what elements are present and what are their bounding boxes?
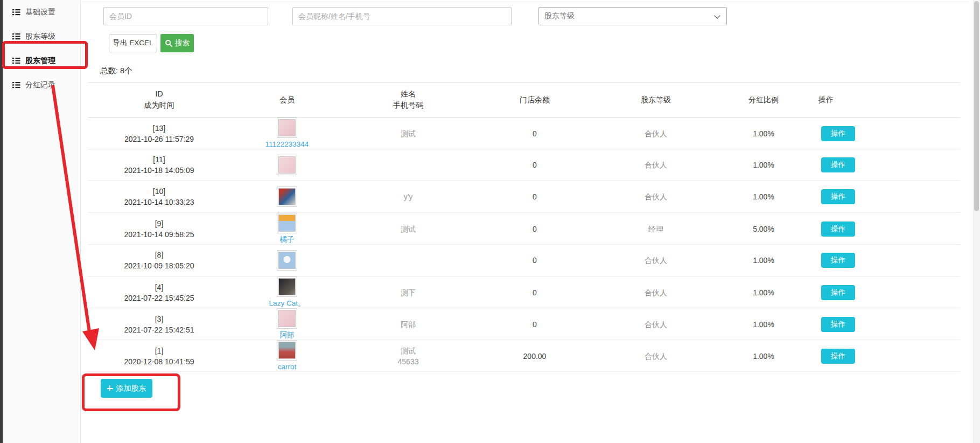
header-dividend-ratio: 分红比例 [715, 82, 812, 117]
cell-actions: 操作 [812, 340, 960, 372]
sidebar-item-shareholder-level[interactable]: 股东等级 [3, 24, 80, 49]
add-shareholder-label: 添加股东 [116, 384, 146, 393]
cell-member: 阿部 [230, 308, 344, 341]
table-row: [9] 2021-10-14 09:58:25 橘子 测试 0 经理 5.00%… [88, 213, 960, 245]
shareholder-level-value: 经理 [648, 224, 663, 234]
cell-shareholder-level: 合伙人 [597, 276, 715, 309]
table-row: [10] 2021-10-14 10:33:23 y'y 0 合伙人 1.00%… [88, 181, 960, 213]
cell-dividend-ratio: 1.00% [715, 245, 812, 276]
header-member: 会员 [230, 82, 344, 117]
row-action-button[interactable]: 操作 [821, 221, 855, 237]
member-nickname-link[interactable]: carrot [278, 362, 297, 372]
member-row-id: [13] [153, 123, 165, 134]
dividend-ratio-value: 1.00% [753, 351, 774, 362]
member-name: 测试 [401, 224, 416, 234]
list-icon [12, 33, 20, 40]
search-button[interactable]: 搜索 [160, 34, 194, 52]
cell-id-time: [13] 2021-10-26 11:57:29 [88, 117, 230, 150]
member-nickname-link[interactable]: 11122233344 [265, 139, 309, 150]
sidebar-item-basic-settings[interactable]: 基础设置 [3, 0, 80, 24]
member-row-id: [8] [155, 250, 164, 260]
member-since-time: 2021-07-22 15:42:51 [124, 324, 194, 335]
header-name-phone: 姓名 手机号码 [344, 82, 473, 117]
chevron-down-icon [714, 12, 720, 18]
cell-id-time: [8] 2021-10-09 18:05:20 [88, 245, 230, 276]
cell-shareholder-level: 经理 [597, 213, 715, 245]
cell-shareholder-level: 合伙人 [597, 245, 715, 276]
avatar [278, 278, 296, 295]
cell-dividend-ratio: 1.00% [715, 340, 812, 372]
cell-store-balance: 0 [473, 213, 597, 245]
cell-shareholder-level: 合伙人 [597, 181, 715, 212]
cell-member: 11122233344 [230, 117, 344, 150]
dividend-ratio-value: 1.00% [753, 160, 774, 170]
sidebar-item-dividend-records[interactable]: 分红记录 [3, 73, 80, 97]
shareholder-level-value: 合伙人 [645, 160, 667, 170]
shareholder-management-page: 基础设置 股东等级 股东管理 分红记录 股东等级 导 [0, 0, 980, 443]
scrollbar-thumb[interactable] [974, 1, 979, 211]
shareholder-level-value: 合伙人 [645, 255, 667, 266]
scrollbar-track[interactable] [973, 0, 980, 443]
member-since-time: 2021-10-18 14:05:09 [124, 165, 194, 176]
member-row-id: [10] [153, 186, 165, 197]
cell-name-phone [344, 149, 473, 181]
member-nickname-link[interactable]: 阿部 [280, 330, 295, 341]
member-since-time: 2021-10-14 09:58:25 [124, 229, 194, 240]
store-balance-value: 0 [533, 224, 537, 234]
sidebar-item-label: 股东等级 [25, 32, 55, 41]
row-action-button[interactable]: 操作 [821, 253, 855, 268]
table-row: [13] 2021-10-26 11:57:29 11122233344 测试 … [88, 117, 960, 149]
row-action-button[interactable]: 操作 [821, 189, 855, 204]
member-name: y'y [404, 191, 413, 202]
member-id-input[interactable] [103, 7, 268, 25]
row-action-button[interactable]: 操作 [821, 317, 855, 332]
cell-id-time: [3] 2021-07-22 15:42:51 [88, 308, 230, 341]
cell-store-balance: 200.00 [473, 340, 597, 372]
member-name: 测试 [401, 345, 416, 356]
store-balance-value: 0 [533, 191, 537, 202]
member-since-time: 2021-10-09 18:05:20 [124, 260, 194, 271]
shareholder-level-value: 合伙人 [645, 287, 667, 298]
cell-dividend-ratio: 1.00% [715, 276, 812, 309]
dividend-ratio-value: 1.00% [753, 287, 774, 298]
cell-store-balance: 0 [473, 181, 597, 212]
row-action-button[interactable]: 操作 [821, 285, 855, 300]
member-name: 测下 [401, 287, 416, 298]
cell-name-phone [344, 245, 473, 276]
add-shareholder-button[interactable]: 添加股东 [101, 379, 152, 398]
export-excel-button[interactable]: 导出 EXCEL [109, 34, 157, 52]
shareholder-level-value: 合伙人 [645, 191, 667, 202]
cell-actions: 操作 [812, 245, 960, 276]
table-body: [13] 2021-10-26 11:57:29 11122233344 测试 … [88, 117, 960, 372]
member-row-id: [9] [155, 218, 164, 229]
cell-member: 橘子 [230, 213, 344, 245]
shareholder-level-select[interactable]: 股东等级 [538, 7, 727, 25]
cell-shareholder-level: 合伙人 [597, 149, 715, 181]
member-nickname-link[interactable]: 橘子 [280, 234, 295, 245]
member-keyword-input[interactable] [292, 7, 512, 25]
member-row-id: [1] [155, 345, 164, 356]
cell-id-time: [10] 2021-10-14 10:33:23 [88, 181, 230, 212]
table-row: [8] 2021-10-09 18:05:20 0 合伙人 1.00% 操作 [88, 245, 960, 276]
avatar [278, 252, 296, 269]
select-value: 股东等级 [544, 11, 575, 21]
store-balance-value: 0 [533, 128, 537, 139]
cell-dividend-ratio: 1.00% [715, 149, 812, 181]
row-action-button[interactable]: 操作 [821, 126, 855, 141]
cell-store-balance: 0 [473, 276, 597, 309]
member-nickname-link[interactable]: Lazy Cat。 [269, 298, 305, 309]
cell-member [230, 149, 344, 181]
cell-dividend-ratio: 1.00% [715, 308, 812, 341]
avatar [278, 119, 296, 136]
avatar-frame [277, 276, 297, 297]
row-action-button[interactable]: 操作 [821, 349, 855, 364]
member-since-time: 2020-12-08 10:41:59 [124, 356, 194, 367]
sidebar-item-label: 基础设置 [25, 8, 55, 17]
cell-actions: 操作 [812, 213, 960, 245]
cell-store-balance: 0 [473, 149, 597, 181]
member-since-time: 2021-10-26 11:57:29 [124, 134, 194, 144]
row-action-button[interactable]: 操作 [821, 157, 855, 172]
avatar-frame [277, 117, 297, 138]
sidebar-item-shareholder-management[interactable]: 股东管理 [3, 49, 80, 73]
cell-actions: 操作 [812, 117, 960, 150]
